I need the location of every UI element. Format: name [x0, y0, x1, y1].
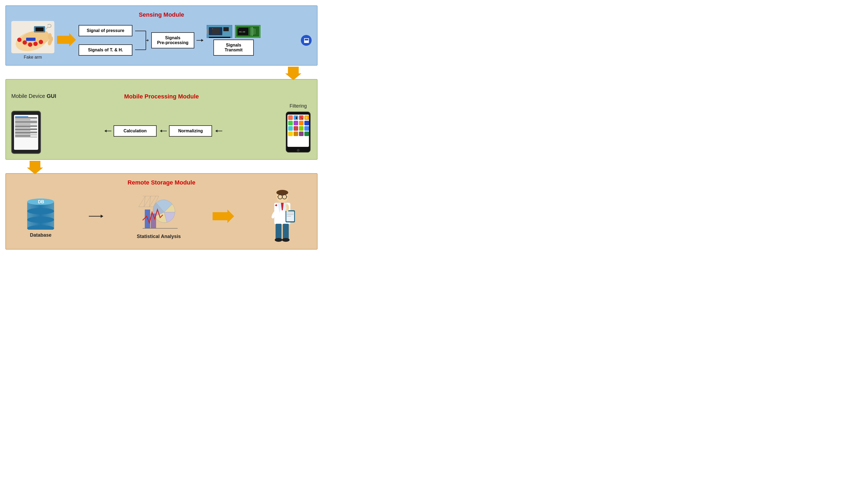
calc-to-norm-arrow: [159, 128, 167, 134]
screen-line-15: [15, 131, 37, 132]
svg-rect-27: [207, 29, 209, 34]
doctor-container: [266, 189, 298, 244]
svg-point-12: [23, 40, 27, 44]
phone-to-norm-arrow: [214, 128, 222, 134]
screen-line-2: [15, 117, 37, 118]
chip-images: HC-06: [207, 25, 261, 38]
orange-arrow-right-1: [57, 32, 76, 48]
svg-rect-59: [294, 126, 298, 131]
svg-marker-82: [101, 215, 103, 218]
preprocessing-box: Signals Pre-processing: [151, 32, 194, 49]
svg-text:🛒: 🛒: [290, 116, 293, 120]
storage-module-title: Remote Storage Module: [11, 179, 312, 186]
merge-lines: [135, 25, 149, 56]
svg-point-11: [17, 38, 21, 42]
svg-marker-94: [213, 210, 234, 223]
svg-line-101: [286, 197, 287, 197]
database-icon: DB: [24, 195, 57, 230]
mobile-flow: Calculation Normalizing: [46, 125, 279, 137]
normalizing-to-calc-arrow: [103, 128, 111, 134]
screen-line-12: [15, 128, 37, 129]
svg-point-96: [276, 190, 288, 195]
svg-rect-65: [305, 131, 309, 136]
screen-line-5: [15, 121, 37, 121]
screen-line-11: [15, 127, 30, 128]
svg-rect-55: [294, 121, 298, 125]
svg-text:📞: 📞: [300, 116, 303, 120]
screen-line-4: [15, 120, 30, 120]
stats-chart-image: [137, 193, 180, 231]
sensing-to-mobile-arrow-container: [5, 67, 317, 80]
screen-line-1: [15, 116, 28, 117]
svg-rect-60: [299, 126, 303, 131]
svg-marker-21: [147, 39, 149, 42]
fake-arm-label: Fake arm: [24, 55, 42, 60]
signals-transmit-box: Signals Transmit: [213, 39, 254, 56]
svg-text:📱: 📱: [295, 116, 298, 120]
svg-marker-46: [215, 130, 218, 132]
svg-rect-26: [223, 27, 229, 31]
mobile-content: Calculation Normalizing Filtering: [11, 103, 312, 154]
svg-rect-116: [283, 224, 289, 240]
svg-line-85: [144, 196, 151, 207]
svg-rect-28: [209, 37, 230, 38]
svg-rect-61: [305, 126, 309, 131]
svg-point-49: [297, 149, 299, 152]
svg-rect-9: [36, 28, 44, 31]
svg-rect-115: [276, 224, 281, 240]
svg-point-79: [27, 208, 54, 214]
svg-rect-10: [34, 32, 45, 33]
storage-module: Remote Storage Module: [5, 173, 317, 250]
svg-point-14: [33, 42, 38, 46]
svg-rect-29: [212, 28, 220, 34]
doctor-figure: [266, 189, 298, 242]
screen-line-18: [15, 134, 37, 135]
storage-content: DB Database: [11, 189, 312, 244]
normalizing-box: Normalizing: [169, 125, 212, 137]
svg-rect-58: [288, 126, 293, 131]
svg-rect-54: [288, 121, 293, 125]
fake-arm-container: Fake arm: [11, 21, 54, 60]
screen-line-17: [15, 133, 30, 134]
screen-line-7: [15, 123, 37, 123]
preprocess-to-transmit-arrow: [196, 38, 205, 43]
signal-th-box: Signals of T. & H.: [79, 44, 133, 56]
screen-line-3: [15, 118, 37, 119]
mobile-module: Mobile Processing Module Mobile Device G…: [5, 79, 317, 160]
svg-marker-44: [160, 130, 162, 132]
svg-rect-64: [299, 131, 303, 136]
svg-rect-63: [294, 131, 298, 136]
svg-point-15: [39, 40, 43, 44]
bluetooth-icon: ⬓: [301, 35, 312, 46]
svg-point-118: [282, 238, 290, 242]
screen-line-6: [15, 122, 37, 122]
svg-line-100: [277, 197, 278, 197]
mobile-to-storage-arrow: [27, 161, 43, 174]
screen-line-16: [15, 132, 37, 133]
preprocess-chain: Signals Pre-processing: [151, 25, 261, 56]
screen-line-14: [15, 130, 30, 131]
diagram-container: Sensing Module: [5, 5, 317, 252]
svg-point-34: [238, 28, 239, 29]
svg-marker-23: [201, 39, 204, 42]
screen-line-10: [15, 126, 37, 127]
fake-arm-image: [11, 21, 54, 53]
screen-line-20: [15, 137, 37, 138]
svg-line-90: [149, 196, 151, 207]
chip-transmit-column: HC-06 Signals Transmit: [207, 25, 261, 56]
bluetooth-section: ⬓: [301, 35, 312, 46]
svg-rect-57: [305, 121, 309, 125]
filtering-phone-container: Filtering: [285, 103, 312, 154]
mobile-to-storage-arrow-container: [5, 161, 317, 174]
svg-point-76: [27, 216, 54, 223]
screen-line-13: [15, 129, 37, 130]
signal-pressure-box: Signal of pressure: [79, 25, 133, 36]
signal-flow-section: Signal of pressure Signals of T. & H.: [79, 25, 295, 56]
database-container: DB Database: [24, 195, 57, 238]
svg-text:DB: DB: [38, 200, 44, 204]
sensing-module-title: Sensing Module: [11, 11, 312, 18]
svg-text:⚙: ⚙: [306, 116, 308, 119]
svg-marker-16: [57, 33, 76, 47]
database-label: Database: [30, 232, 51, 238]
mobile-gui-label: Mobile Device GUI: [11, 93, 56, 99]
